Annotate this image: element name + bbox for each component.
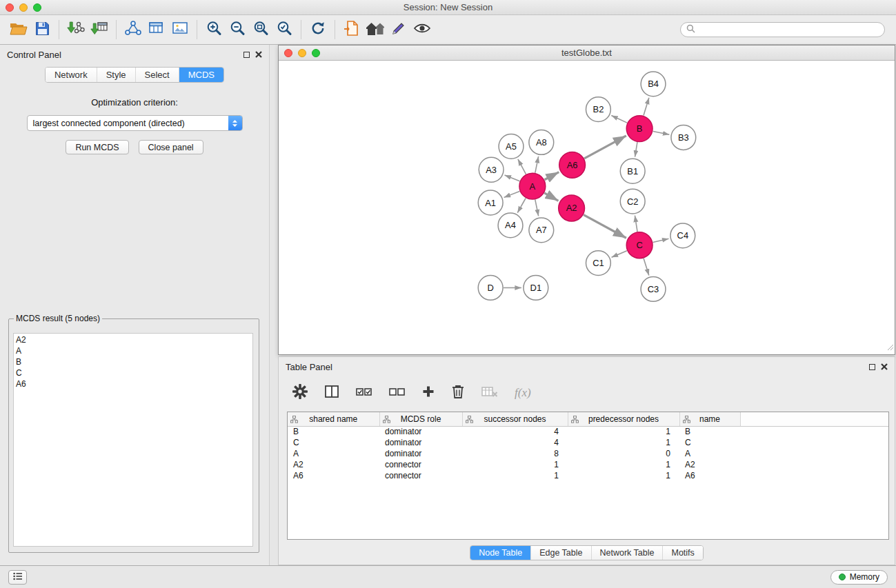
memory-button[interactable]: Memory (830, 570, 888, 585)
resize-grip[interactable] (886, 341, 894, 354)
edge-A-A8[interactable] (535, 156, 539, 173)
table-row-A6[interactable]: A6connector11A6 (288, 470, 888, 481)
deselect-all-button[interactable] (389, 385, 406, 401)
import-table-from-file-button[interactable] (88, 18, 111, 41)
node-D1[interactable]: D1 (524, 276, 548, 301)
table-cell[interactable]: C (288, 437, 379, 448)
table-settings-button[interactable] (292, 384, 308, 402)
import-network-from-file-button[interactable] (64, 18, 88, 41)
new-network-button[interactable] (121, 18, 145, 41)
node-C3[interactable]: C3 (641, 277, 666, 302)
tab-style[interactable]: Style (97, 68, 136, 82)
table-cell[interactable]: 1 (568, 459, 679, 470)
new-table-button[interactable] (145, 18, 168, 41)
table-cell[interactable]: 1 (568, 437, 679, 448)
apply-style-button[interactable] (387, 18, 410, 41)
tab-edge-table[interactable]: Edge Table (531, 546, 591, 560)
table-cell[interactable]: dominator (379, 426, 462, 437)
zoom-fit-button[interactable] (249, 18, 272, 41)
table-row-A[interactable]: Adominator80A (288, 448, 888, 459)
column-header-name[interactable]: name (679, 412, 740, 426)
node-D[interactable]: D (478, 276, 503, 301)
node-B1[interactable]: B1 (620, 159, 645, 183)
mcds-result-item[interactable]: A (16, 345, 252, 356)
function-builder-button[interactable]: f(x) (515, 386, 531, 400)
edge-A-A7[interactable] (535, 200, 539, 216)
run-mcds-button[interactable]: Run MCDS (66, 140, 128, 154)
table-cell[interactable]: B (679, 426, 740, 437)
edge-B-B3[interactable] (653, 132, 670, 135)
edge-C-C4[interactable] (653, 239, 669, 242)
tab-motifs[interactable]: Motifs (663, 546, 702, 560)
edge-A6-B[interactable] (584, 136, 626, 159)
node-A6[interactable]: A6 (559, 152, 586, 178)
edge-A-A5[interactable] (518, 159, 526, 174)
select-all-button[interactable] (356, 385, 372, 401)
table-cell[interactable]: 1 (568, 426, 679, 437)
edge-A-A6[interactable] (544, 172, 559, 180)
refresh-view-button[interactable] (306, 18, 330, 41)
mcds-result-item[interactable]: C (16, 367, 252, 378)
export-image-button[interactable] (168, 18, 192, 41)
table-row-A2[interactable]: A2connector11A2 (288, 459, 888, 470)
mcds-result-item[interactable]: B (16, 356, 252, 367)
edge-A-A3[interactable] (505, 175, 520, 181)
zoom-in-button[interactable] (202, 18, 226, 41)
node-B3[interactable]: B3 (671, 125, 696, 150)
edge-A-A1[interactable] (504, 191, 520, 197)
save-session-button[interactable] (30, 18, 54, 41)
close-table-panel-icon[interactable] (881, 361, 888, 373)
table-cell[interactable]: A (288, 448, 379, 459)
table-row-B[interactable]: Bdominator41B (288, 426, 888, 437)
table-cell[interactable]: 1 (462, 459, 568, 470)
table-cell[interactable]: 1 (462, 470, 568, 481)
tab-node-table[interactable]: Node Table (470, 546, 531, 560)
mcds-result-item[interactable]: A6 (16, 378, 252, 389)
show-hide-details-button[interactable] (410, 18, 434, 41)
node-A3[interactable]: A3 (479, 157, 504, 182)
add-column-button[interactable] (422, 385, 435, 401)
table-cell[interactable]: 0 (568, 448, 679, 459)
node-C4[interactable]: C4 (670, 223, 695, 248)
network-graph[interactable]: B4B2BB3A5A8A6B1A3AC2A1A2A4A7C4CC1C3DD1 (279, 61, 895, 354)
table-cell[interactable]: dominator (379, 448, 462, 459)
search-box[interactable] (680, 22, 885, 37)
tab-network[interactable]: Network (46, 68, 97, 82)
delete-table-button[interactable] (451, 384, 465, 402)
mcds-result-list[interactable]: A2ABCA6 (13, 333, 253, 547)
table-cell[interactable]: 4 (462, 437, 568, 448)
edge-C-C3[interactable] (644, 258, 649, 276)
tab-network-table[interactable]: Network Table (592, 546, 664, 560)
node-A[interactable]: A (519, 173, 546, 199)
node-A5[interactable]: A5 (499, 134, 524, 159)
node-A7[interactable]: A7 (529, 218, 554, 243)
table-cell[interactable]: 1 (568, 470, 679, 481)
table-cell[interactable]: 4 (462, 426, 568, 437)
edge-B-B4[interactable] (644, 98, 649, 116)
edge-B-B2[interactable] (611, 116, 627, 123)
column-header-predecessor-nodes[interactable]: predecessor nodes (568, 412, 679, 426)
node-C2[interactable]: C2 (620, 189, 645, 214)
node-A2[interactable]: A2 (559, 195, 585, 221)
close-panel-button[interactable]: Close panel (139, 140, 203, 154)
table-cell[interactable]: dominator (379, 437, 462, 448)
table-cell[interactable]: A6 (679, 470, 740, 481)
show-columns-button[interactable] (324, 385, 339, 401)
table-cell[interactable]: connector (379, 470, 462, 481)
table-cell[interactable]: A2 (679, 459, 740, 470)
table-cell[interactable]: B (288, 426, 379, 437)
edge-C-C1[interactable] (612, 251, 627, 258)
edge-A-A2[interactable] (544, 193, 558, 201)
node-C1[interactable]: C1 (586, 251, 611, 276)
node-C[interactable]: C (626, 232, 653, 258)
network-canvas[interactable]: B4B2BB3A5A8A6B1A3AC2A1A2A4A7C4CC1C3DD1 (279, 61, 895, 354)
search-input[interactable] (699, 25, 879, 34)
optimization-criterion-select[interactable]: largest connected component (directed) (27, 115, 243, 131)
close-panel-icon[interactable] (255, 48, 262, 61)
tab-mcds[interactable]: MCDS (179, 68, 223, 82)
edge-C-C2[interactable] (635, 216, 637, 232)
node-A8[interactable]: A8 (529, 130, 554, 155)
table-cell[interactable]: A6 (288, 470, 379, 481)
mcds-result-item[interactable]: A2 (16, 334, 252, 345)
node-A1[interactable]: A1 (478, 190, 503, 215)
